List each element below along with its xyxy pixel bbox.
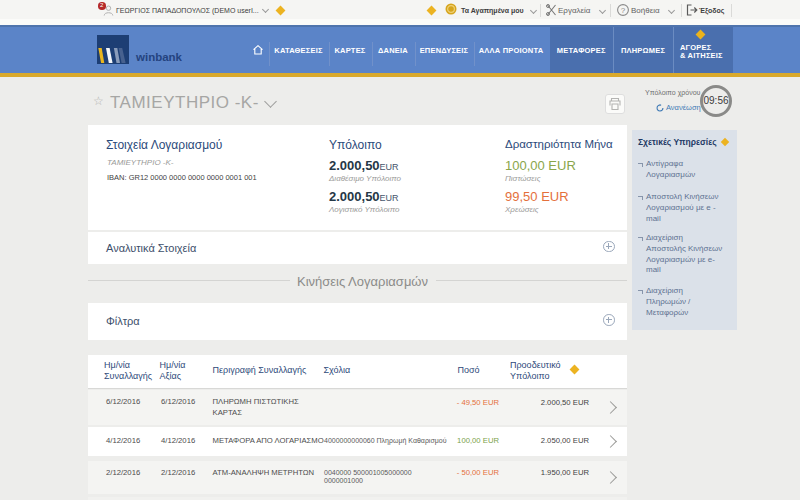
svg-text:?: ? bbox=[621, 6, 626, 15]
